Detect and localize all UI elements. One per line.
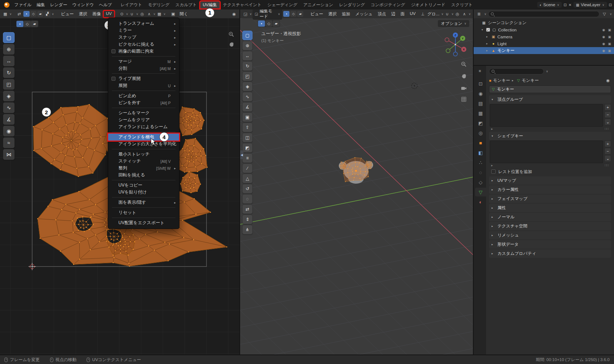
uv-menu-item-0[interactable]: トランスフォーム▸: [108, 20, 179, 27]
viewport-menu-1[interactable]: 選択: [326, 11, 339, 18]
render-tab[interactable]: ◉: [475, 89, 486, 98]
view-layer-tab[interactable]: ▦: [475, 109, 486, 118]
collection-checkbox[interactable]: ✓: [486, 28, 490, 32]
scale-tool[interactable]: ◰: [242, 72, 253, 81]
object-data-tab[interactable]: ▽: [475, 188, 486, 196]
viewport-menu-6[interactable]: 面: [398, 11, 408, 18]
measure-tool[interactable]: ∡: [3, 114, 15, 125]
smooth-tool[interactable]: ◌: [242, 194, 253, 204]
world-tab[interactable]: ◎: [475, 129, 486, 137]
expander-icon[interactable]: ▸: [485, 49, 489, 52]
rotate-tool[interactable]: ↻: [3, 67, 15, 78]
uv-editor-menu-画像[interactable]: 画像: [90, 11, 103, 18]
poly-build-tool[interactable]: △: [242, 174, 253, 183]
panel-header-4[interactable]: ▸カラー属性: [489, 185, 611, 194]
remove-item-button[interactable]: −: [604, 148, 611, 154]
viewlayer-selector[interactable]: ▦ ViewLayer ∨: [573, 2, 607, 8]
uv-editor-menu-ビュー[interactable]: ビュー: [58, 11, 76, 18]
remove-item-button[interactable]: −: [604, 111, 611, 118]
delete-scene-icon[interactable]: ✕: [568, 3, 571, 7]
app-menu-3[interactable]: ウィンドウ: [70, 1, 96, 8]
sticky-select-chevron-icon[interactable]: ∨: [52, 12, 54, 16]
empty-list-box[interactable]: [490, 141, 603, 163]
app-menu-2[interactable]: レンダー: [48, 1, 70, 8]
new-scene-icon[interactable]: ⊡: [564, 3, 566, 7]
uv-menu-item-16[interactable]: シームをクリア: [108, 116, 179, 123]
cursor-tool[interactable]: ⊕: [3, 44, 15, 55]
uv-menu-item-25[interactable]: 回転を揃える: [108, 172, 179, 179]
snap-magnet-icon[interactable]: ∪: [129, 11, 135, 17]
workspace-tab-6[interactable]: アニメーション: [300, 1, 336, 9]
workspace-tab-10[interactable]: スクリプト: [448, 1, 475, 9]
panel-header-7[interactable]: ▸ノーマル: [489, 213, 611, 221]
shrink-fatten-tool[interactable]: ⇕: [242, 215, 253, 224]
scale-tool[interactable]: ◰: [3, 79, 15, 90]
outliner-row-4[interactable]: ▸▲モンキー◉▣: [474, 47, 614, 54]
panel-header-1[interactable]: ▾シェイプキー: [489, 132, 611, 140]
editor-type-uv-icon[interactable]: ▦: [2, 11, 8, 17]
panel-header-5[interactable]: ▸フェイスマップ: [489, 195, 611, 203]
vp-pill-2[interactable]: ▰: [273, 20, 280, 27]
list-resize-grip[interactable]: ∷∷: [605, 127, 609, 131]
panel-header-8[interactable]: ▸テクスチャ空間: [489, 222, 611, 230]
uv-pill-0[interactable]: ▪: [16, 21, 23, 27]
material-tab[interactable]: ◐: [475, 198, 486, 206]
add-item-button[interactable]: +: [604, 141, 611, 147]
uv-menu-item-1[interactable]: ミラー▸: [108, 27, 179, 34]
uv-menu-item-3[interactable]: ピクセルに揃える▸: [108, 41, 179, 48]
uv-menu-item-24[interactable]: 整列[Shift] W▸: [108, 165, 179, 172]
viewport-menu-4[interactable]: 頂点: [375, 11, 389, 18]
particles-tab[interactable]: ∴: [475, 158, 486, 167]
snap-magnet-icon[interactable]: ∪: [444, 11, 450, 17]
visibility-eye-icon[interactable]: ◉: [602, 49, 605, 53]
measure-tool[interactable]: ∡: [242, 102, 253, 112]
visibility-eye-icon[interactable]: ◉: [602, 28, 605, 32]
panel-header-3[interactable]: ▸UVマップ: [489, 176, 611, 185]
empty-list-box[interactable]: [490, 104, 603, 127]
expander-icon[interactable]: ▸: [485, 42, 489, 45]
visibility-eye-icon[interactable]: ◉: [602, 35, 605, 39]
uv-select-mode-0[interactable]: ▪: [23, 11, 30, 17]
tool-tab[interactable]: ⊡: [475, 79, 486, 88]
outliner-search-input[interactable]: [488, 11, 599, 17]
uv-menu-item-7[interactable]: 分割[Alt] M▸: [108, 65, 179, 72]
annotate-tool[interactable]: ∿: [3, 102, 15, 113]
blender-logo-icon[interactable]: [4, 2, 10, 8]
outliner-row-0[interactable]: ▦シーンコレクション: [474, 19, 614, 26]
app-menu-0[interactable]: ファイル: [12, 1, 34, 8]
transform-tool[interactable]: ◈: [3, 91, 15, 101]
uv-menu-item-34[interactable]: UV配置をエクスポート: [108, 219, 179, 226]
pin-icon[interactable]: ◉: [231, 11, 237, 17]
expander-icon[interactable]: ▸: [485, 35, 489, 38]
pan-hand-icon[interactable]: [229, 42, 234, 49]
properties-search-input[interactable]: [489, 68, 544, 74]
render-camera-icon[interactable]: ▣: [608, 28, 611, 32]
expander-icon[interactable]: ▾: [480, 28, 485, 31]
panel-header-6[interactable]: ▸属性: [489, 204, 611, 212]
pivot-icon[interactable]: ⊙: [119, 11, 125, 17]
render-camera-icon[interactable]: ▣: [608, 42, 611, 46]
grab-tool[interactable]: ◉: [3, 126, 15, 137]
uv-menu-item-27[interactable]: UVをコピー: [108, 182, 179, 189]
pin-icon[interactable]: ◉: [605, 77, 611, 84]
uv-select-mode-1[interactable]: ◇: [30, 11, 37, 17]
open-image-button[interactable]: 開く: [177, 11, 190, 18]
camera-view-icon[interactable]: [461, 85, 467, 92]
uv-editor-menu-選択[interactable]: 選択: [76, 11, 90, 18]
falloff-icon[interactable]: ∧: [461, 11, 467, 17]
breadcrumb-data[interactable]: モンキー: [522, 78, 539, 83]
vp-pill-1[interactable]: ◇: [265, 20, 272, 27]
sidebar-toggle-arrow[interactable]: ◀: [240, 150, 243, 159]
options-button[interactable]: オプション ∨: [438, 20, 469, 27]
viewport-menu-0[interactable]: ビュー: [308, 11, 326, 18]
uv-menu-item-32[interactable]: リセット: [108, 209, 179, 216]
uv-menu-item-2[interactable]: スナップ▸: [108, 34, 179, 41]
viewport-menu-2[interactable]: 追加: [339, 11, 353, 18]
visibility-eye-icon[interactable]: ◉: [602, 42, 605, 46]
zoom-icon[interactable]: [461, 61, 467, 69]
specials-menu-button[interactable]: ⌄: [604, 155, 611, 162]
viewport-menu-7[interactable]: UV: [407, 11, 418, 18]
relax-tool[interactable]: ≈: [3, 137, 15, 148]
app-menu-1[interactable]: 編集: [34, 1, 48, 8]
orientation-label[interactable]: グロ...: [427, 11, 440, 18]
